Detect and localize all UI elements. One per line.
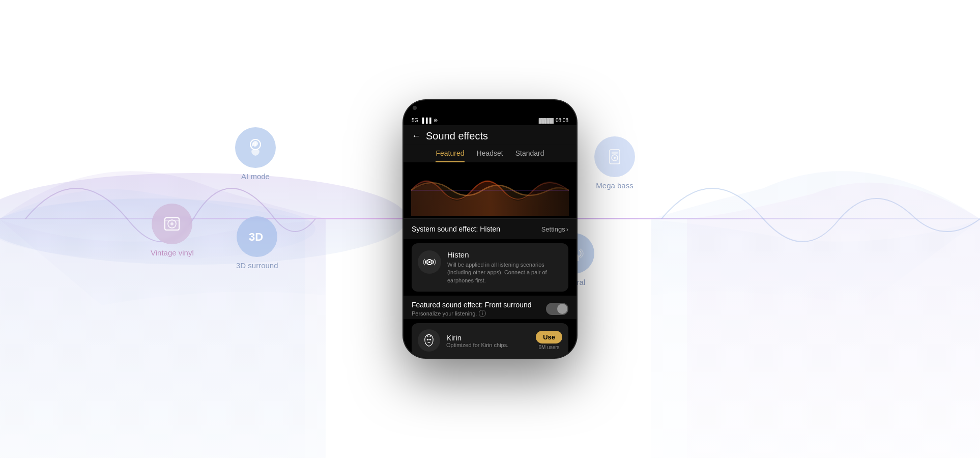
3d-surround-label: 3D surround — [236, 261, 278, 270]
featured-text: Featured sound effect: Front surround Pe… — [412, 301, 532, 317]
vintage-vinyl-label: Vintage vinyl — [151, 248, 194, 257]
status-right: ▓▓▓▓ 08:08 — [539, 118, 568, 123]
kirin-card-title: Kirin — [446, 333, 508, 342]
users-count: 6M users — [539, 345, 560, 350]
mega-bass-label: Mega bass — [596, 181, 633, 190]
kirin-card-text: Kirin Optimized for Kirin chips. — [446, 333, 508, 348]
tab-standard[interactable]: Standard — [515, 149, 544, 162]
tab-featured[interactable]: Featured — [436, 149, 464, 162]
settings-link[interactable]: Settings › — [541, 225, 568, 233]
ai-mode-label: AI mode — [241, 172, 270, 181]
tab-bar: Featured Headset Standard — [403, 145, 577, 162]
svg-text:AI: AI — [251, 142, 256, 148]
vintage-vinyl-icon-circle — [152, 204, 192, 244]
app-header: ← Sound effects — [403, 125, 577, 145]
status-left: 5G ▐▐▐ ⊛ — [412, 118, 438, 123]
featured-effect-section: Featured sound effect: Front surround Pe… — [403, 296, 577, 319]
3d-surround-icon-circle: 3D — [237, 216, 277, 257]
svg-rect-16 — [612, 152, 618, 154]
tab-headset[interactable]: Headset — [477, 149, 503, 162]
battery-icon: ▓▓▓▓ — [539, 118, 554, 123]
signal-bars: ▐▐▐ — [420, 118, 431, 123]
system-effect-label: System sound effect: Histen — [412, 225, 500, 233]
histen-text: Histen Will be applied in all listening … — [447, 250, 562, 284]
chevron-right-icon: › — [566, 225, 568, 233]
floating-icon-mega-bass: Mega bass — [594, 136, 635, 190]
featured-toggle-row: Featured sound effect: Front surround Pe… — [412, 301, 568, 317]
kirin-card: Kirin Optimized for Kirin chips. Use 6M … — [412, 323, 568, 358]
waveform-svg — [411, 165, 569, 216]
mega-bass-icon-circle — [594, 136, 635, 177]
phone-container: 5G ▐▐▐ ⊛ ▓▓▓▓ 08:08 ← Sound effects Feat… — [403, 100, 577, 358]
3d-icon: 3D — [246, 225, 268, 248]
front-camera — [413, 106, 417, 110]
histen-description: Will be applied in all listening scenari… — [447, 261, 562, 284]
network-indicator: 5G — [412, 118, 418, 123]
featured-effect-subtitle: Personalize your listening. i — [412, 310, 532, 317]
waveform-display — [403, 162, 577, 218]
megabass-icon — [603, 146, 626, 168]
wifi-icon: ⊛ — [434, 118, 438, 123]
svg-point-8 — [170, 222, 174, 225]
histen-title: Histen — [447, 250, 562, 259]
featured-toggle[interactable] — [546, 303, 568, 315]
kirin-actions: Use 6M users — [536, 331, 562, 350]
kirin-card-svg — [420, 331, 438, 350]
system-effect-row: System sound effect: Histen Settings › — [403, 218, 577, 239]
kirin-card-icon — [418, 329, 440, 352]
svg-text:3D: 3D — [249, 231, 263, 243]
kirin-card-description: Optimized for Kirin chips. — [446, 342, 508, 348]
page-title: Sound effects — [426, 130, 488, 142]
floating-icon-vintage-vinyl: Vintage vinyl — [151, 204, 194, 257]
phone-top-bar — [403, 100, 577, 116]
use-kirin-button[interactable]: Use — [536, 331, 562, 343]
phone-screen: 5G ▐▐▐ ⊛ ▓▓▓▓ 08:08 ← Sound effects Feat… — [403, 116, 577, 358]
status-bar: 5G ▐▐▐ ⊛ ▓▓▓▓ 08:08 — [403, 116, 577, 125]
time-display: 08:08 — [556, 118, 568, 123]
ai-mode-icon-circle: AI — [235, 127, 276, 168]
featured-effect-title: Featured sound effect: Front surround — [412, 301, 532, 309]
svg-point-22 — [429, 339, 431, 340]
floating-icon-3d-surround: 3D 3D surround — [236, 216, 278, 270]
phone-outer: 5G ▐▐▐ ⊛ ▓▓▓▓ 08:08 ← Sound effects Feat… — [403, 100, 577, 358]
ai-icon: AI — [244, 136, 267, 159]
svg-point-15 — [614, 157, 616, 159]
svg-point-20 — [428, 261, 430, 263]
info-icon: i — [479, 310, 486, 317]
back-button[interactable]: ← — [412, 131, 421, 141]
histen-icon — [418, 250, 441, 274]
floating-icon-ai-mode: AI AI mode — [235, 127, 276, 181]
histen-svg-icon — [422, 255, 437, 269]
vintage-icon — [161, 213, 183, 235]
svg-point-21 — [427, 339, 428, 340]
histen-card: Histen Will be applied in all listening … — [412, 243, 568, 292]
toggle-knob — [557, 304, 567, 314]
